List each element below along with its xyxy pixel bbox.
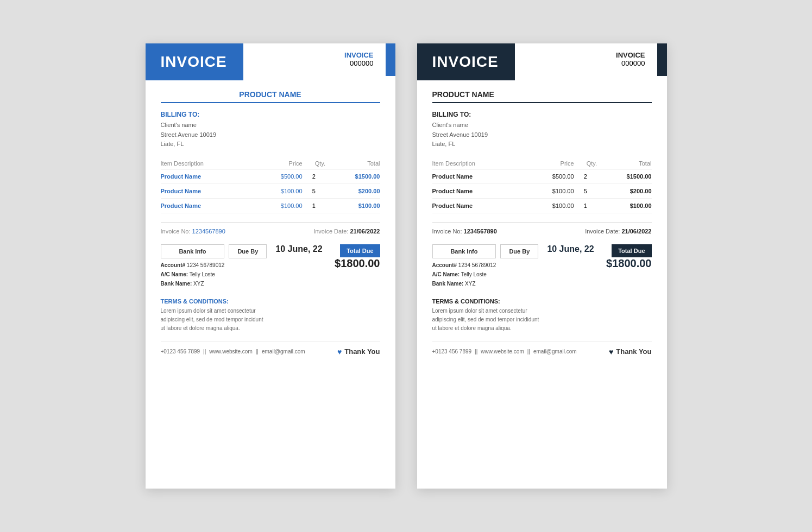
item-qty: 2 <box>303 169 325 183</box>
invoice-body-left: PRODUCT NAME BILLING TO: Client's name S… <box>146 80 395 366</box>
invoice-date-value-right: 21/06/2022 <box>621 228 651 235</box>
footer-email-right: email@gmail.com <box>533 349 577 354</box>
item-price: $100.00 <box>527 198 574 213</box>
item-total: $200.00 <box>325 183 380 198</box>
invoice-footer-left: +0123 456 7899 || www.website.com || ema… <box>161 341 380 356</box>
account-label-left: Account# <box>161 262 186 268</box>
col-total-right: Total <box>597 158 652 169</box>
account-label-right: Account# <box>432 262 457 268</box>
billing-section-right: BILLING TO: Client's name Street Avenue … <box>432 111 652 149</box>
account-row-left: Account# 1234 56789012 <box>161 261 225 270</box>
footer-sep1-right: || <box>475 349 477 354</box>
col-desc-right: Item Description <box>432 158 527 169</box>
thank-you-left: ♥ Thank You <box>337 347 380 356</box>
header-right-left: INVOICE 000000 <box>344 43 395 80</box>
terms-label-right: TERMS & CONDITIONS: <box>432 298 652 305</box>
thank-you-text-right: Thank You <box>616 347 651 356</box>
invoice-title-box-right: INVOICE <box>417 43 515 80</box>
terms-text-right: Lorem ipsum dolor sit amet consecteturad… <box>432 307 652 333</box>
footer-sep2-right: || <box>527 349 530 354</box>
item-name: Product Name <box>432 169 527 183</box>
bank-info-box-right: Bank Info <box>432 244 496 258</box>
item-name: Product Name <box>161 169 255 183</box>
terms-section-left: TERMS & CONDITIONS: Lorem ipsum dolor si… <box>161 298 380 333</box>
item-qty: 5 <box>303 183 325 198</box>
due-by-box-left: Due By <box>229 244 267 258</box>
invoice-no-left: Invoice No: 1234567890 <box>161 228 225 235</box>
bank-name-row-left: Bank Name: XYZ <box>161 279 225 288</box>
item-qty: 1 <box>574 198 597 213</box>
total-amount-right: $1800.00 <box>606 257 651 270</box>
due-date-col-left: 10 June, 22 <box>271 244 330 254</box>
due-date-col-right: 10 June, 22 <box>543 244 602 254</box>
table-row: Product Name $500.00 2 $1500.00 <box>161 169 380 183</box>
total-col-right: Total Due $1800.00 <box>606 244 651 270</box>
product-name-left: PRODUCT NAME <box>161 90 380 103</box>
payment-row-right: Bank Info Account# 1234 56789012 A/C Nam… <box>432 244 652 288</box>
total-due-box-left: Total Due <box>340 244 380 257</box>
account-row-right: Account# 1234 56789012 <box>432 261 496 270</box>
bank-info-details-right: Account# 1234 56789012 A/C Name: Telly L… <box>432 261 496 288</box>
item-name: Product Name <box>432 183 527 198</box>
invoice-label-left: INVOICE <box>344 51 379 59</box>
bank-info-details-left: Account# 1234 56789012 A/C Name: Telly L… <box>161 261 225 288</box>
invoice-header-left: INVOICE INVOICE 000000 <box>146 43 395 80</box>
items-table-right: Item Description Price Qty. Total Produc… <box>432 158 652 213</box>
bank-name-value-left: XYZ <box>193 281 204 287</box>
table-row: Product Name $100.00 5 $200.00 <box>161 183 380 198</box>
item-total: $100.00 <box>325 198 380 213</box>
terms-text-left: Lorem ipsum dolor sit amet consecteturad… <box>161 307 380 333</box>
items-table-left: Item Description Price Qty. Total Produc… <box>161 158 380 213</box>
street-left: Street Avenue 10019 <box>161 130 380 140</box>
thank-you-right: ♥ Thank You <box>609 347 652 356</box>
footer-sep2-left: || <box>256 349 259 354</box>
invoice-label-right: INVOICE <box>616 51 650 59</box>
item-total: $100.00 <box>597 198 652 213</box>
footer-email-left: email@gmail.com <box>262 349 305 354</box>
billing-info-right: Client's name Street Avenue 10019 Liate,… <box>432 121 652 149</box>
invoice-right-header-right: INVOICE 000000 <box>616 43 650 80</box>
invoice-title-right: INVOICE <box>432 53 500 71</box>
ac-name-label-right: A/C Name: <box>432 271 460 277</box>
invoice-no-right: Invoice No: 1234567890 <box>432 228 497 235</box>
footer-phone-right: +0123 456 7899 <box>432 349 472 354</box>
ac-name-row-left: A/C Name: Telly Loste <box>161 270 225 279</box>
col-total-left: Total <box>325 158 380 169</box>
invoice-title-left: INVOICE <box>161 53 228 71</box>
item-name: Product Name <box>161 198 255 213</box>
heart-icon-left: ♥ <box>337 347 342 356</box>
invoice-date-value-left: 21/06/2022 <box>350 228 380 235</box>
billing-info-left: Client's name Street Avenue 10019 Liate,… <box>161 121 380 149</box>
invoice-left: INVOICE INVOICE 000000 PRODUCT NAME BILL… <box>146 43 395 489</box>
item-name: Product Name <box>161 183 255 198</box>
client-name-left: Client's name <box>161 121 380 130</box>
invoice-date-right: Invoice Date: 21/06/2022 <box>585 228 651 235</box>
footer-phone-left: +0123 456 7899 <box>161 349 200 354</box>
item-price: $500.00 <box>527 169 574 183</box>
city-right: Liate, FL <box>432 140 652 149</box>
due-by-box-right: Due By <box>500 244 538 258</box>
account-value-left: 1234 56789012 <box>187 262 225 268</box>
due-date-left: 10 June, 22 <box>275 244 322 254</box>
invoice-number-left: 000000 <box>350 59 379 67</box>
billing-to-label-left: BILLING TO: <box>161 111 380 118</box>
item-qty: 2 <box>574 169 597 183</box>
invoice-footer-right: +0123 456 7899 || www.website.com || ema… <box>432 341 652 356</box>
page-wrapper: INVOICE INVOICE 000000 PRODUCT NAME BILL… <box>124 11 689 521</box>
invoice-no-value-left[interactable]: 1234567890 <box>192 228 225 235</box>
footer-contact-left: +0123 456 7899 || www.website.com || ema… <box>161 349 305 354</box>
invoice-date-left: Invoice Date: 21/06/2022 <box>313 228 380 235</box>
bank-name-label-left: Bank Name: <box>161 281 192 287</box>
item-name: Product Name <box>432 198 527 213</box>
terms-section-right: TERMS & CONDITIONS: Lorem ipsum dolor si… <box>432 298 652 333</box>
bank-col-right: Bank Info Account# 1234 56789012 A/C Nam… <box>432 244 496 288</box>
item-price: $500.00 <box>255 169 303 183</box>
city-left: Liate, FL <box>161 140 380 149</box>
table-row: Product Name $100.00 1 $100.00 <box>161 198 380 213</box>
col-qty-right: Qty. <box>574 158 597 169</box>
col-price-left: Price <box>255 158 303 169</box>
invoice-header-right: INVOICE INVOICE 000000 <box>417 43 667 80</box>
invoice-number-right: 000000 <box>621 59 650 67</box>
col-qty-left: Qty. <box>303 158 325 169</box>
thank-you-text-left: Thank You <box>344 347 380 356</box>
